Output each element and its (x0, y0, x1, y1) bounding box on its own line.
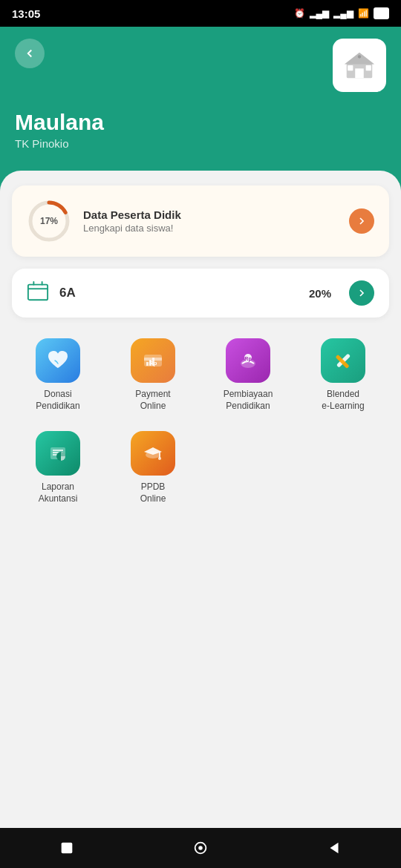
status-bar: 13:05 ⏰ ▂▄▆ ▂▄▆ 📶 87 (0, 0, 401, 27)
svg-rect-4 (366, 65, 371, 70)
blended-label: Blended e-Learning (322, 389, 364, 412)
alarm-icon: ⏰ (294, 8, 305, 19)
progress-circle: 17% (27, 199, 71, 243)
pembiayaan-icon-box: Rp (226, 338, 270, 383)
content-area: 17% Data Peserta Didik Lengkapi data sis… (0, 171, 401, 525)
menu-grid-2: Laporan Akuntansi PPDB Online (12, 425, 389, 510)
payment-label: Payment Online (135, 389, 170, 412)
blended-icon-box (321, 338, 365, 383)
donasi-label: Donasi Pendidikan (36, 389, 79, 412)
svg-point-5 (358, 55, 361, 58)
user-name: Maulana (15, 110, 386, 134)
nav-back-button[interactable] (321, 835, 348, 861)
school-logo-box (333, 39, 386, 92)
svg-marker-35 (330, 843, 339, 854)
class-card: 6A 20% (12, 269, 389, 318)
wifi-icon: 📶 (358, 8, 369, 19)
menu-item-ppdb[interactable]: PPDB Online (107, 425, 199, 510)
progress-percentage: 17% (40, 216, 58, 226)
ppdb-label: PPDB Online (140, 481, 166, 504)
svg-rect-17 (152, 358, 154, 366)
back-button[interactable] (15, 39, 45, 68)
progress-card: 17% Data Peserta Didik Lengkapi data sis… (12, 185, 389, 257)
progress-arrow-button[interactable] (349, 208, 374, 234)
pembiayaan-label: Pembiayaan Pendidikan (224, 389, 273, 412)
ppdb-icon (140, 440, 166, 467)
payment-icon-box: Rp (131, 338, 175, 383)
laporan-icon (45, 440, 71, 467)
menu-item-pembiayaan[interactable]: Rp Pembiayaan Pendidikan (202, 332, 294, 418)
blended-icon (330, 347, 356, 374)
header-area: Maulana TK Pinokio (0, 27, 401, 194)
nav-home-button[interactable] (187, 835, 214, 861)
status-icons: ⏰ ▂▄▆ ▂▄▆ 📶 87 (294, 7, 389, 19)
header-top (15, 39, 386, 92)
progress-title: Data Peserta Didik (83, 208, 337, 221)
svg-rect-2 (355, 68, 364, 78)
donasi-icon-box (36, 338, 80, 383)
menu-item-payment[interactable]: Rp Payment Online (107, 332, 199, 418)
donasi-icon (45, 347, 71, 374)
class-percentage: 20% (309, 287, 331, 300)
svg-rect-32 (62, 843, 73, 854)
user-school: TK Pinokio (15, 137, 386, 150)
laporan-icon-box (36, 431, 80, 476)
svg-rect-16 (149, 360, 151, 366)
class-arrow-button[interactable] (349, 280, 374, 306)
ppdb-icon-box (131, 431, 175, 476)
nav-square-button[interactable] (53, 835, 80, 861)
class-name: 6A (59, 286, 299, 300)
menu-grid: Donasi Pendidikan Rp Payment Online (12, 332, 389, 418)
progress-subtitle: Lengkapi data siswa! (83, 223, 337, 234)
pembiayaan-icon: Rp (235, 347, 261, 374)
svg-rect-8 (28, 285, 48, 300)
school-icon (342, 48, 376, 82)
menu-item-blended[interactable]: Blended e-Learning (297, 332, 389, 418)
battery-icon: 87 (374, 7, 389, 19)
svg-rect-30 (159, 452, 160, 458)
signal-icon-2: ▂▄▆ (333, 8, 353, 19)
status-time: 13:05 (12, 7, 40, 20)
menu-item-laporan[interactable]: Laporan Akuntansi (12, 425, 104, 510)
payment-icon: Rp (140, 347, 166, 374)
svg-text:Rp: Rp (244, 356, 251, 362)
progress-text: Data Peserta Didik Lengkapi data siswa! (83, 208, 337, 234)
class-icon (27, 280, 49, 306)
svg-point-34 (198, 846, 203, 850)
svg-rect-3 (348, 65, 353, 70)
menu-item-donasi[interactable]: Donasi Pendidikan (12, 332, 104, 418)
bottom-nav (0, 828, 401, 868)
laporan-label: Laporan Akuntansi (39, 481, 78, 504)
signal-icon-1: ▂▄▆ (310, 8, 330, 19)
svg-point-31 (158, 457, 161, 460)
svg-rect-15 (146, 362, 149, 366)
